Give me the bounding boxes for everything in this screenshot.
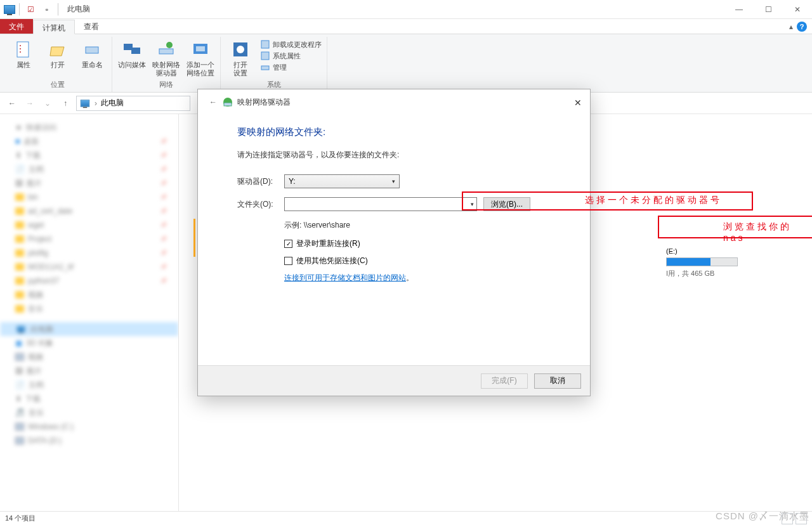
sidebar-item[interactable]: ★快速访问 bbox=[0, 120, 178, 134]
media-icon bbox=[122, 39, 142, 60]
settings-icon bbox=[230, 39, 251, 60]
svg-rect-10 bbox=[196, 46, 205, 51]
drive-label: (E:) bbox=[666, 247, 749, 255]
sidebar-item[interactable]: 音乐 bbox=[0, 302, 178, 316]
svg-rect-5 bbox=[124, 44, 133, 50]
status-bar: 14 个项目 bbox=[0, 511, 812, 525]
svg-point-8 bbox=[166, 42, 173, 48]
map-network-drive-dialog: ← 映射网络驱动器 ✕ 要映射的网络文件夹: 请为连接指定驱动器号，以及你要连接… bbox=[197, 89, 591, 396]
dialog-title: 映射网络驱动器 bbox=[237, 97, 291, 108]
sidebar-item[interactable]: ▣3D 对象 bbox=[0, 336, 178, 350]
ribbon-collapse-button[interactable]: ▴ bbox=[789, 22, 793, 31]
sidebar-item[interactable]: 视频 bbox=[0, 288, 178, 302]
sidebar-item[interactable]: ■桌面 bbox=[0, 134, 178, 148]
sidebar-item[interactable]: ⬇下载 bbox=[0, 148, 178, 162]
wizard-accent-bar bbox=[193, 219, 195, 257]
separator bbox=[19, 3, 20, 16]
window-close-button[interactable]: ✕ bbox=[783, 0, 812, 19]
tab-computer[interactable]: 计算机 bbox=[33, 20, 75, 34]
folder-path-label: 文件夹(O): bbox=[237, 199, 284, 210]
svg-rect-15 bbox=[261, 66, 269, 70]
dialog-close-button[interactable]: ✕ bbox=[571, 96, 585, 110]
status-item-count: 14 个项目 bbox=[5, 514, 36, 523]
reconnect-at-logon-checkbox[interactable]: ✓ 登录时重新连接(R) bbox=[284, 238, 567, 249]
properties-button[interactable]: 属性 bbox=[9, 37, 38, 69]
checkbox-checked-icon: ✓ bbox=[284, 240, 292, 248]
folder-path-combobox[interactable]: ▾ bbox=[284, 197, 477, 211]
network-location-icon bbox=[190, 39, 211, 60]
add-network-location-button[interactable]: 添加一个 网络位置 bbox=[186, 37, 215, 77]
sidebar-item[interactable]: wget bbox=[0, 218, 178, 232]
sidebar-item[interactable]: python37 bbox=[0, 274, 178, 288]
group-label-network: 网络 bbox=[159, 79, 173, 92]
dialog-back-button[interactable]: ← bbox=[204, 93, 222, 111]
drive-letter-value: Y: bbox=[289, 177, 296, 186]
window-maximize-button[interactable]: ☐ bbox=[754, 0, 783, 19]
nav-back-button[interactable]: ← bbox=[5, 96, 19, 110]
uninstall-icon bbox=[260, 39, 270, 49]
sidebar-item-thispc[interactable]: 此电脑 bbox=[0, 322, 178, 336]
sidebar-item[interactable]: Windows (C:) bbox=[0, 420, 178, 434]
manage-icon bbox=[260, 62, 270, 72]
window-minimize-button[interactable]: — bbox=[724, 0, 754, 19]
thispc-icon bbox=[81, 100, 89, 107]
system-properties-button[interactable]: 系统属性 bbox=[260, 51, 322, 61]
svg-point-1 bbox=[20, 45, 21, 46]
checkbox-unchecked-icon bbox=[284, 257, 292, 265]
sidebar-item[interactable]: 🖼图片 bbox=[0, 176, 178, 190]
svg-rect-4 bbox=[86, 47, 98, 53]
sidebar-item[interactable]: 📄文档 bbox=[0, 378, 178, 392]
svg-rect-17 bbox=[224, 103, 232, 106]
dialog-heading: 要映射的网络文件夹: bbox=[237, 126, 567, 138]
sidebar-item[interactable]: 🎵音乐 bbox=[0, 406, 178, 420]
open-settings-button[interactable]: 打开 设置 bbox=[226, 37, 255, 77]
example-text: 示例: \\server\share bbox=[284, 220, 567, 231]
rename-button[interactable]: 重命名 bbox=[77, 37, 107, 69]
connect-website-link[interactable]: 连接到可用于存储文档和图片的网站。 bbox=[284, 273, 567, 283]
sidebar-item[interactable]: 视频 bbox=[0, 350, 178, 364]
browse-button[interactable]: 浏览(B)... bbox=[483, 197, 530, 211]
open-button[interactable]: 打开 bbox=[43, 37, 72, 69]
sidebar-item[interactable]: bin bbox=[0, 190, 178, 204]
sidebar-item[interactable]: plotfig bbox=[0, 246, 178, 260]
chevron-down-icon: ▾ bbox=[392, 178, 395, 185]
group-label-location: 位置 bbox=[51, 79, 65, 92]
uninstall-programs-button[interactable]: 卸载或更改程序 bbox=[260, 39, 322, 49]
qat-checkbox-icon[interactable]: ☑ bbox=[23, 3, 37, 16]
manage-button[interactable]: 管理 bbox=[260, 62, 322, 72]
finish-button[interactable]: 完成(F) bbox=[481, 373, 528, 389]
help-icon[interactable]: ? bbox=[797, 22, 807, 32]
other-credentials-checkbox[interactable]: 使用其他凭据连接(C) bbox=[284, 256, 567, 266]
sidebar-item[interactable]: Project bbox=[0, 232, 178, 246]
dialog-description: 请为连接指定驱动器号，以及你要连接的文件夹: bbox=[237, 150, 567, 160]
tab-view[interactable]: 查看 bbox=[75, 19, 108, 34]
view-large-icon[interactable] bbox=[796, 513, 807, 524]
annotation-text-browse: 浏览查找你的nas bbox=[723, 221, 812, 243]
navigation-pane[interactable]: ★快速访问 ■桌面 ⬇下载 📄文档 🖼图片 bin ad_cert_date w… bbox=[0, 114, 179, 511]
nav-up-button[interactable]: ↑ bbox=[58, 96, 72, 110]
access-media-button[interactable]: 访问媒体 bbox=[117, 37, 147, 69]
drive-usage-bar bbox=[666, 257, 738, 266]
system-properties-icon bbox=[260, 51, 270, 61]
cancel-button[interactable]: 取消 bbox=[534, 373, 581, 389]
rename-icon bbox=[82, 39, 102, 60]
svg-point-3 bbox=[20, 51, 21, 53]
map-network-drive-button[interactable]: 映射网络 驱动器 bbox=[152, 37, 181, 77]
address-bar[interactable]: › 此电脑 bbox=[76, 96, 190, 111]
svg-rect-14 bbox=[261, 52, 269, 60]
sidebar-item[interactable]: ⬇下载 bbox=[0, 392, 178, 406]
sidebar-item[interactable]: ad_cert_date bbox=[0, 204, 178, 218]
sidebar-item[interactable]: MOD11A2_tif bbox=[0, 260, 178, 274]
sidebar-item[interactable]: 🖼图片 bbox=[0, 364, 178, 378]
tab-file[interactable]: 文件 bbox=[0, 19, 33, 34]
nav-forward-button[interactable]: → bbox=[23, 96, 37, 110]
qat-folder-icon[interactable]: ▫ bbox=[40, 3, 54, 16]
nav-recent-dropdown[interactable]: ⌄ bbox=[41, 96, 55, 110]
drive-letter-select[interactable]: Y: ▾ bbox=[284, 174, 400, 188]
sidebar-item[interactable]: DATA (D:) bbox=[0, 434, 178, 448]
view-details-icon[interactable] bbox=[782, 513, 793, 524]
drive-item-e[interactable]: (E:) I用，共 465 GB bbox=[666, 247, 749, 278]
sidebar-item[interactable]: 📄文档 bbox=[0, 162, 178, 176]
drive-letter-label: 驱动器(D): bbox=[237, 176, 284, 187]
open-icon bbox=[48, 39, 68, 60]
